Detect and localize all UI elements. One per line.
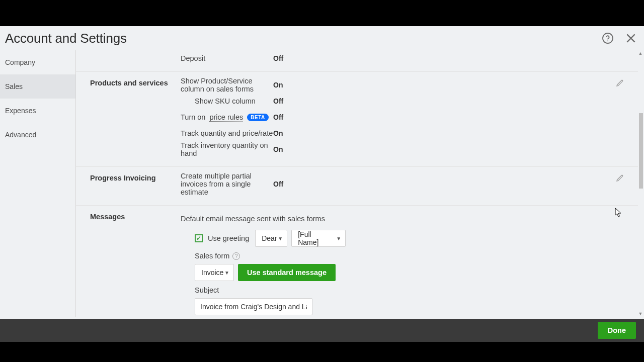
- pencil-icon[interactable]: [616, 79, 624, 87]
- price-rules-label: Turn on price rules BETA: [90, 113, 273, 122]
- page-title: Account and Settings: [5, 31, 127, 46]
- close-icon[interactable]: [624, 31, 638, 45]
- scrollbar[interactable]: ▲ ▼: [638, 50, 643, 317]
- progress-row-value: Off: [273, 180, 283, 188]
- name-token-select[interactable]: [Full Name]▼: [291, 230, 346, 247]
- show-sku-value: Off: [273, 97, 283, 105]
- price-rules-value: Off: [273, 113, 283, 121]
- sidebar-item-company[interactable]: Company: [0, 50, 75, 74]
- help-icon[interactable]: [601, 31, 615, 45]
- sidebar-item-expenses[interactable]: Expenses: [0, 99, 75, 123]
- chevron-down-icon: ▼: [278, 236, 283, 241]
- svg-point-1: [607, 40, 608, 41]
- track-qty-value: On: [273, 129, 283, 137]
- svg-point-0: [603, 33, 613, 43]
- track-qty-label: Track quantity and price/rate: [90, 129, 273, 137]
- use-greeting-label: Use greeting: [208, 234, 249, 242]
- help-icon[interactable]: ?: [232, 252, 240, 260]
- sales-form-select[interactable]: Invoice▼: [195, 264, 234, 281]
- done-button[interactable]: Done: [598, 322, 636, 339]
- pencil-icon[interactable]: [616, 174, 624, 182]
- greeting-select[interactable]: Dear▼: [255, 230, 287, 247]
- use-greeting-checkbox[interactable]: ✓: [195, 234, 203, 242]
- scroll-up-arrow[interactable]: ▲: [638, 50, 643, 56]
- scrollbar-thumb[interactable]: [639, 113, 643, 189]
- track-inventory-label: Track inventory quantity on hand: [90, 141, 273, 157]
- settings-sidebar: Company Sales Expenses Advanced: [0, 50, 76, 317]
- show-product-col-value: On: [273, 81, 283, 89]
- messages-section-title: Messages: [90, 213, 171, 221]
- subject-input[interactable]: [195, 298, 312, 315]
- products-section-title: Products and services: [90, 79, 171, 87]
- deposit-label: Deposit: [90, 54, 273, 62]
- use-standard-message-button[interactable]: Use standard message: [238, 264, 336, 281]
- chevron-down-icon: ▼: [336, 236, 341, 241]
- sales-form-label: Sales form ?: [195, 252, 628, 260]
- show-sku-label: Show SKU column: [90, 97, 273, 105]
- chevron-down-icon: ▼: [224, 270, 229, 276]
- footer-bar: Done: [0, 319, 644, 342]
- sidebar-item-sales[interactable]: Sales: [0, 74, 75, 99]
- track-inventory-value: On: [273, 145, 283, 153]
- progress-section-title: Progress Invoicing: [90, 174, 171, 182]
- subject-label: Subject: [195, 286, 628, 294]
- beta-badge: BETA: [247, 114, 268, 121]
- deposit-value: Off: [273, 54, 283, 62]
- scroll-down-arrow[interactable]: ▼: [638, 311, 643, 317]
- price-rules-link[interactable]: price rules: [209, 113, 243, 122]
- sidebar-item-advanced[interactable]: Advanced: [0, 123, 75, 147]
